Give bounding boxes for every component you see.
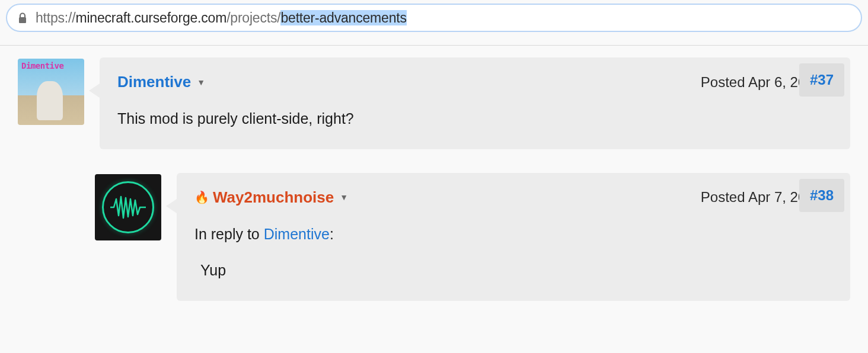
username-link[interactable]: Way2muchnoise <box>213 188 334 207</box>
url-text: https://minecraft.curseforge.com/project… <box>36 10 407 26</box>
comment-row: #38 🔥 Way2muchnoise ▼ Posted Apr 7, 2019… <box>95 173 850 301</box>
avatar[interactable] <box>95 174 161 240</box>
chevron-down-icon[interactable]: ▼ <box>340 192 348 202</box>
comment-header: 🔥 Way2muchnoise ▼ Posted Apr 7, 2019 <box>194 188 832 207</box>
svg-rect-0 <box>19 17 26 23</box>
lock-icon <box>18 12 27 23</box>
comment-bubble: #37 Dimentive ▼ Posted Apr 6, 2019 This … <box>100 57 850 149</box>
username-link[interactable]: Dimentive <box>117 73 191 91</box>
avatar[interactable] <box>18 59 84 125</box>
flame-icon: 🔥 <box>194 190 209 204</box>
comment-body: This mod is purely client-side, right? <box>117 108 832 130</box>
reply-user-link[interactable]: Dimentive <box>264 226 330 242</box>
comments-area: #37 Dimentive ▼ Posted Apr 6, 2019 This … <box>0 46 868 342</box>
comment-bubble: #38 🔥 Way2muchnoise ▼ Posted Apr 7, 2019… <box>177 173 850 301</box>
chevron-down-icon[interactable]: ▼ <box>197 78 205 87</box>
comment-row: #37 Dimentive ▼ Posted Apr 6, 2019 This … <box>18 57 850 149</box>
comment-permalink[interactable]: #38 <box>799 179 844 212</box>
reply-content: Yup <box>200 259 832 282</box>
waveform-icon <box>102 181 154 233</box>
comment-header: Dimentive ▼ Posted Apr 6, 2019 <box>117 73 832 91</box>
reply-to-line: In reply to Dimentive: <box>194 223 832 246</box>
browser-address-bar[interactable]: https://minecraft.curseforge.com/project… <box>6 4 862 32</box>
comment-permalink[interactable]: #37 <box>799 63 844 97</box>
comment-body: In reply to Dimentive: Yup <box>194 223 832 282</box>
